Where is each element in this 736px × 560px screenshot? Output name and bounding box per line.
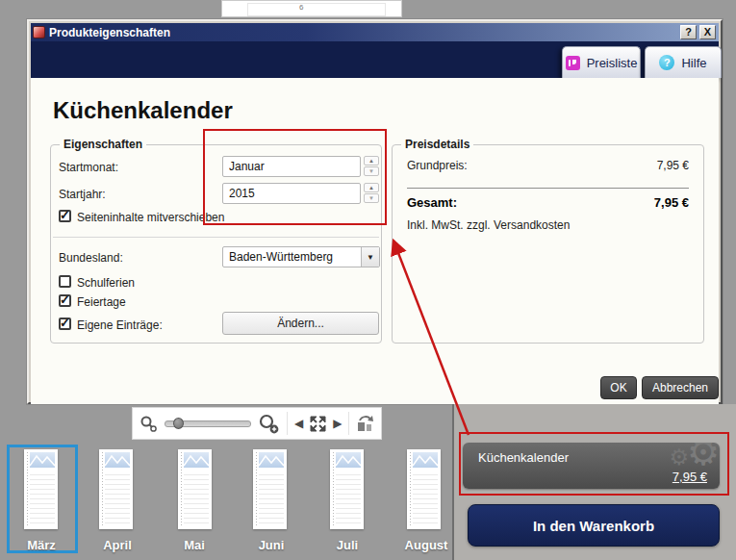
zoom-slider-handle[interactable] [173,418,184,429]
image-placeholder-icon [184,452,209,468]
gesamt-value: 7,95 € [654,195,689,210]
calendar-lines [30,471,55,526]
image-placeholder-icon [30,452,55,468]
bundesland-value: Baden-Württemberg [223,250,361,264]
help-icon: ? [659,55,674,70]
calendar-lines [259,471,284,526]
image-placeholder-icon [336,452,361,468]
grundpreis-label: Grundpreis: [407,159,468,172]
startmonat-spinner: ▲ ▼ [364,156,379,176]
thumbnail-label-april[interactable]: April [79,538,156,552]
ok-button[interactable]: OK [600,376,637,399]
page-binding-dots [102,452,103,526]
thumbnail-label-juni[interactable]: Juni [233,538,310,552]
startjahr-spin-down-button[interactable]: ▼ [364,193,379,203]
image-placeholder-icon [259,452,284,468]
startjahr-spin-up-button[interactable]: ▲ [364,183,379,192]
preisdetails-legend: Preisdetails [401,138,473,151]
next-arrow-icon[interactable]: ▶ [333,418,342,429]
zoom-slider[interactable] [165,420,251,427]
gesamt-label: Gesamt: [407,195,457,210]
preisdetails-groupbox: Preisdetails Grundpreis: 7,95 € Gesamt: … [392,144,704,344]
cart-product-price[interactable]: 7,95 € [673,470,707,484]
preisliste-label: Preisliste [587,56,638,70]
abbrechen-button[interactable]: Abbrechen [642,376,719,399]
gear-icon: ⚙ [669,445,689,471]
seiteninhalte-label: Seiteninhalte mitverschieben [77,211,224,224]
price-list-icon [566,56,580,70]
grundpreis-value: 7,95 € [657,159,689,172]
zoom-out-icon[interactable] [140,415,158,433]
hilfe-button[interactable]: ? Hilfe [645,46,722,78]
dialog-header-band: Preisliste ? Hilfe [31,41,719,78]
calendar-lines [336,471,361,526]
window-help-button[interactable]: ? [680,25,697,39]
thumbnail-label-august[interactable]: August [388,538,465,552]
window-close-button[interactable]: X [699,25,716,39]
page-binding-dots [181,452,182,526]
thumbnail-juli[interactable] [330,449,364,529]
chevron-down-icon[interactable]: ▼ [361,247,379,267]
startmonat-label: Startmonat: [59,161,118,174]
background-page-number: 6 [299,3,303,12]
group-separator [53,237,379,238]
prev-arrow-icon[interactable]: ◀ [294,418,303,429]
bundesland-dropdown[interactable]: Baden-Württemberg ▼ [222,246,380,267]
hilfe-label: Hilfe [681,56,706,70]
eigenschaften-groupbox: Eigenschaften Startmonat: ▲ ▼ Startjahr:… [50,144,382,344]
eigenschaften-legend: Eigenschaften [60,138,146,151]
thumbnail-april[interactable] [99,449,133,529]
thumbnail-label-juli[interactable]: Juli [309,538,386,552]
dialog-title: Produkteigenschaften [49,26,170,39]
schulferien-checkbox[interactable] [59,275,71,288]
product-title: Küchenkalender [53,97,233,124]
page-binding-dots [27,452,28,526]
feiertage-label: Feiertage [77,295,126,309]
thumbnail-label-mai[interactable]: Mai [156,538,233,552]
app-icon [33,26,45,38]
startmonat-input[interactable] [222,156,361,177]
startjahr-spinner: ▲ ▼ [364,183,379,203]
image-placeholder-icon [413,452,438,468]
eigene-eintraege-checkbox[interactable] [59,318,71,330]
dialog-content: Küchenkalender Eigenschaften Startmonat:… [31,78,719,404]
price-separator [407,188,689,189]
page-binding-dots [333,452,334,526]
startmonat-spin-down-button[interactable]: ▼ [364,166,379,176]
calendar-lines [184,471,209,526]
mwst-note: Inkl. MwSt. zzgl. Versandkosten [407,218,570,232]
preisliste-button[interactable]: Preisliste [562,46,641,78]
produkteigenschaften-dialog: Produkteigenschaften ? X Preisliste ? Hi… [27,19,723,404]
zoom-toolbar: ◀ ▶ [132,407,382,440]
zoom-in-icon[interactable] [258,413,280,435]
image-placeholder-icon [105,452,130,468]
page-binding-dots [256,452,257,526]
thumbnail-label-maerz[interactable]: März [3,538,80,552]
eigene-eintraege-label: Eigene Einträge: [77,318,163,332]
toolbar-separator [287,412,288,435]
dialog-titlebar[interactable]: Produkteigenschaften ? X [31,23,719,41]
thumbnail-mai[interactable] [178,449,212,529]
schulferien-label: Schulferien [77,276,135,290]
fit-view-icon[interactable] [310,416,326,432]
background-page-border [247,3,386,16]
calendar-lines [105,471,130,526]
rotate-page-icon[interactable] [356,414,375,433]
thumbnail-maerz[interactable] [24,449,58,529]
cart-product-name: Küchenkalender [478,450,569,465]
thumbnail-juni[interactable] [253,449,287,529]
bundesland-label: Bundesland: [59,251,123,265]
page-binding-dots [410,452,411,526]
aendern-button[interactable]: Ändern... [222,312,379,335]
toolbar-separator [348,412,349,435]
background-page-edge: 6 [221,0,402,17]
startjahr-input[interactable] [222,183,361,204]
thumbnail-august[interactable] [407,449,441,529]
startmonat-spin-up-button[interactable]: ▲ [364,156,379,165]
seiteninhalte-checkbox[interactable] [59,210,71,222]
calendar-lines [413,471,438,526]
cart-product-item[interactable]: ⚙ ⚙ Küchenkalender 7,95 € [463,443,720,489]
add-to-cart-button[interactable]: In den Warenkorb [468,504,720,547]
feiertage-checkbox[interactable] [59,294,71,307]
startjahr-label: Startjahr: [59,188,106,201]
